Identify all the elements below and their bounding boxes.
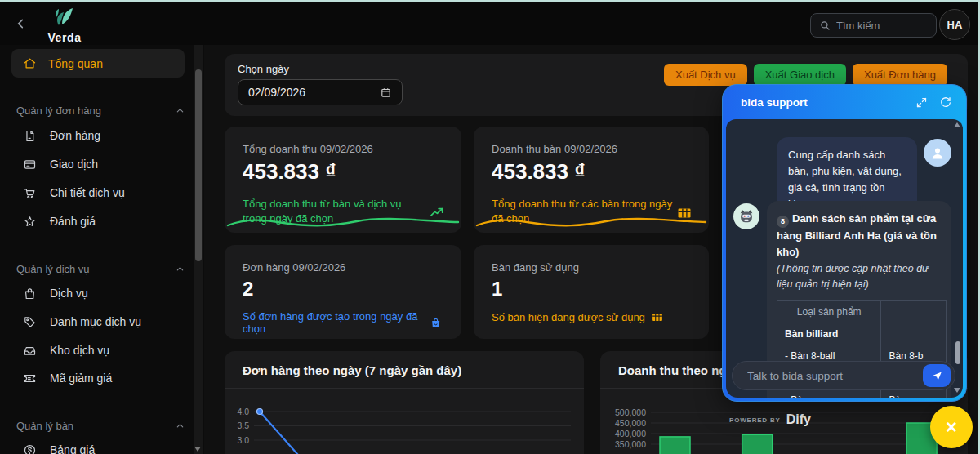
table-header <box>881 300 947 323</box>
stat-card-orders: Đơn hàng 09/02/2026 2 Số đơn hàng được t… <box>225 245 461 339</box>
cart-icon <box>23 186 37 200</box>
table-row: Bàn billiard <box>777 323 947 345</box>
sidebar-item-label: Kho dịch vụ <box>50 344 109 357</box>
brand-logo[interactable]: Verda <box>36 6 93 45</box>
sidebar-section-orders[interactable]: Quản lý đơn hàng <box>16 103 185 118</box>
bot-message-note: (Thông tin được cập nhật theo dữ liệu qu… <box>777 261 942 292</box>
sidebar-item-label: Tổng quan <box>48 57 103 70</box>
svg-text:500,000: 500,000 <box>615 407 646 417</box>
chat-message-input[interactable] <box>747 370 923 382</box>
sidebar-item-label: Giao dịch <box>50 158 98 171</box>
card-subtitle: Số đơn hàng được tạo trong ngày đã chọn <box>243 310 425 335</box>
export-orders-button[interactable]: Xuất Đơn hàng <box>853 64 947 86</box>
refresh-icon[interactable] <box>937 93 955 111</box>
date-input[interactable] <box>248 86 380 99</box>
powered-by-label: POWERED BY <box>729 416 781 424</box>
chat-body: Cung cấp danh sách bàn, phụ kiện, vật dụ… <box>726 119 963 398</box>
expand-icon[interactable] <box>912 93 930 111</box>
search-icon <box>819 20 831 31</box>
chevron-up-icon <box>176 265 185 274</box>
sidebar-item-label: Bảng giá <box>50 443 95 454</box>
bag-icon <box>23 287 37 300</box>
stat-card-total-revenue: Tổng doanh thu 09/02/2026 453.833 ₫ Tổng… <box>225 127 461 233</box>
card-title: Doanh thu bàn 09/02/2026 <box>492 143 617 155</box>
card-title: Tổng doanh thu 09/02/2026 <box>243 143 373 155</box>
export-services-button[interactable]: Xuất Dịch vụ <box>664 64 747 86</box>
svg-text:3.0: 3.0 <box>237 435 249 445</box>
sidebar-item-label: Mã giảm giá <box>50 372 112 385</box>
scroll-down-arrow-icon[interactable] <box>194 447 201 452</box>
card-value: 453.833 ₫ <box>243 159 336 185</box>
card-subtitle-row: Số bàn hiện đang được sử dụng <box>492 310 691 324</box>
back-button[interactable] <box>13 16 29 32</box>
stat-card-table-revenue: Doanh thu bàn 09/02/2026 453.833 ₫ Tổng … <box>474 127 709 233</box>
section-label: Quản lý bàn <box>16 420 74 432</box>
credit-card-icon <box>23 158 37 171</box>
card-title: Đơn hàng 09/02/2026 <box>243 261 345 274</box>
date-picker[interactable] <box>238 79 403 105</box>
eight-ball-icon: 8 <box>777 216 789 228</box>
card-subtitle: Số bàn hiện đang được sử dụng <box>492 311 645 323</box>
chevron-up-icon <box>176 421 185 430</box>
sidebar-item-bang-gia[interactable]: Bảng giá <box>11 438 185 454</box>
bot-message-heading: 8Danh sách sản phẩm tại cửa hàng Billiar… <box>777 211 942 260</box>
sidebar-item-kho-dich-vu[interactable]: Kho dịch vụ <box>11 339 185 362</box>
svg-text:350,000: 350,000 <box>615 439 646 449</box>
chart-title: Đơn hàng theo ngày (7 ngày gần đây) <box>243 363 461 377</box>
chat-scrollbar[interactable] <box>955 122 961 393</box>
sidebar-scrollbar[interactable] <box>194 45 203 454</box>
sidebar: Tổng quan Quản lý đơn hàng Đơn hàng Giao… <box>0 45 204 454</box>
sidebar-section-services[interactable]: Quản lý dịch vụ <box>16 261 185 276</box>
export-transactions-button[interactable]: Xuất Giao dịch <box>754 64 846 86</box>
ticket-icon <box>23 372 37 385</box>
robot-icon <box>737 207 755 225</box>
scroll-up-arrow-icon[interactable] <box>954 122 960 127</box>
chat-close-button[interactable]: × <box>930 406 973 448</box>
svg-text:3.5: 3.5 <box>237 421 249 430</box>
sidebar-item-label: Dịch vụ <box>50 287 88 300</box>
dify-logo: Dify <box>786 412 811 427</box>
chat-scrollbar-thumb[interactable] <box>956 341 960 364</box>
chat-widget: bida support Cung cấp danh sách bàn, phụ… <box>722 84 967 402</box>
bot-avatar <box>733 203 760 229</box>
table-header: Loại sản phẩm <box>777 300 881 323</box>
sidebar-item-dich-vu[interactable]: Dịch vụ <box>11 282 185 305</box>
card-subtitle-row: Số đơn hàng được tạo trong ngày đã chọn <box>243 310 442 335</box>
user-chat-avatar <box>924 139 951 167</box>
date-picker-label: Chọn ngày <box>238 63 289 75</box>
sidebar-section-tables[interactable]: Quản lý bàn <box>16 418 185 433</box>
search-input[interactable] <box>836 20 928 32</box>
sidebar-item-giao-dich[interactable]: Giao dịch <box>11 153 185 176</box>
sidebar-item-danh-muc-dich-vu[interactable]: Danh mục dịch vụ <box>11 310 185 333</box>
orders-chart-panel: Đơn hàng theo ngày (7 ngày gần đây) 4.03… <box>225 351 584 454</box>
export-buttons: Xuất Dịch vụ Xuất Giao dịch Xuất Đơn hàn… <box>664 64 947 86</box>
sidebar-item-don-hang[interactable]: Đơn hàng <box>11 124 185 147</box>
sidebar-item-chi-tiet-dich-vu[interactable]: Chi tiết dịch vụ <box>11 181 185 204</box>
brand-name: Verda <box>36 31 93 44</box>
sidebar-item-label: Đơn hàng <box>50 129 100 142</box>
card-value: 2 <box>243 278 253 300</box>
chat-header: bida support <box>723 85 966 119</box>
send-button[interactable] <box>923 364 951 387</box>
sidebar-item-tong-quan[interactable]: Tổng quan <box>11 49 185 78</box>
app-root: Verda HA Tổng quan Quản lý đơn hàng Đơn … <box>0 0 980 454</box>
topbar: Verda HA <box>0 2 980 45</box>
user-avatar[interactable]: HA <box>939 9 970 40</box>
calendar-icon[interactable] <box>380 87 392 99</box>
svg-text:400,000: 400,000 <box>615 429 646 438</box>
card-value: 453.833 ₫ <box>492 159 586 185</box>
sidebar-item-ma-giam-gia[interactable]: Mã giảm giá <box>11 367 185 389</box>
section-label: Quản lý dịch vụ <box>16 263 90 275</box>
chat-input-bar[interactable] <box>732 361 956 390</box>
sidebar-scrollbar-thumb[interactable] <box>195 69 202 261</box>
chat-title: bida support <box>741 96 906 109</box>
chevron-left-icon <box>15 17 28 30</box>
scroll-down-arrow-icon[interactable] <box>954 388 960 393</box>
stat-card-tables-in-use: Bàn đang sử dụng 1 Số bàn hiện đang được… <box>474 245 709 339</box>
powered-by-footer: POWERED BY Dify <box>729 412 811 427</box>
document-icon <box>23 129 37 143</box>
search-box[interactable] <box>810 13 937 38</box>
orange-sparkline <box>475 212 707 230</box>
sidebar-item-danh-gia[interactable]: Đánh giá <box>11 210 185 233</box>
table-icon <box>650 310 664 324</box>
